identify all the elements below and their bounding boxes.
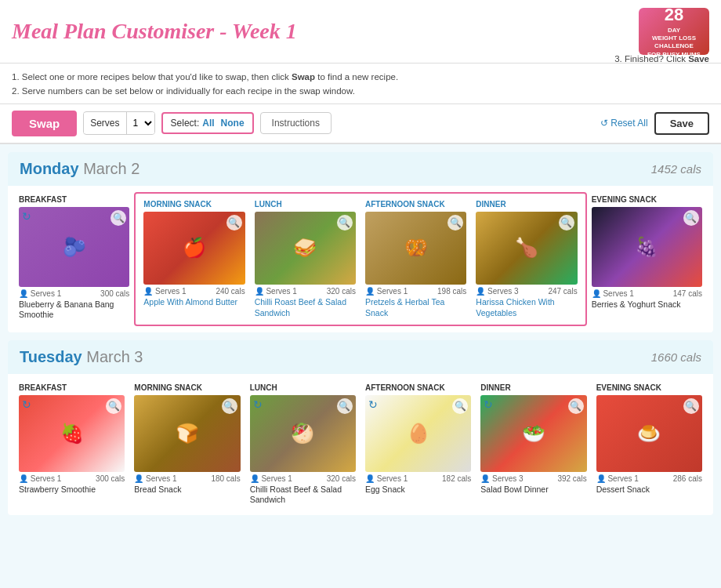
logo-tagline1: WEIGHT LOSS CHALLENGE [639,34,709,51]
select-label: Select: [171,118,200,129]
meal-type-label: DINNER [476,200,577,209]
meal-serves: 👤 Serves 3 [476,287,518,296]
meal-serves: 👤 Serves 1 [592,289,634,298]
meal-serves: 👤 Serves 1 [255,287,297,296]
select-all-link[interactable]: All [202,118,214,129]
meal-name: Chilli Roast Beef & Salad Sandwich [250,485,356,506]
save-button[interactable]: Save [654,112,709,135]
meal-type-label: BREAKFAST [19,383,125,392]
meal-type-label: AFTERNOON SNACK [365,200,466,209]
meal-image: 🥪🔍 [255,212,356,285]
meal-serves: 👤 Serves 1 [134,474,176,483]
refresh-icon[interactable]: ↻ [22,398,31,411]
serves-label: Serves [84,113,125,133]
meal-serves: 👤 Serves 1 [19,289,61,298]
meal-name: Berries & Yoghurt Snack [592,299,702,310]
meal-type-label: EVENING SNACK [592,195,702,204]
meal-info: 👤 Serves 1198 cals [365,287,466,296]
meal-name[interactable]: Apple With Almond Butter [143,297,245,308]
meal-column: LUNCH🥙↻🔍👤 Serves 1320 calsChilli Roast B… [245,380,360,509]
search-icon[interactable]: 🔍 [337,215,353,230]
toolbar-right: ↺ Reset All Save [600,112,709,135]
meal-serves: 👤 Serves 1 [365,474,408,483]
meal-column: DINNER🍗🔍👤 Serves 3247 calsHarissa Chicke… [471,197,582,321]
instructions-bar: 3. Finished? Click Save 1. Select one or… [0,64,721,104]
meal-cals: 180 cals [211,474,240,483]
meal-cals: 300 cals [96,474,125,483]
meal-image: 🍮🔍 [596,395,702,471]
meal-image: 🫐↻🔍 [19,207,129,287]
search-icon[interactable]: 🔍 [111,210,126,226]
meal-info: 👤 Serves 1320 cals [255,287,356,296]
day-date: March 3 [86,348,143,365]
refresh-icon[interactable]: ↻ [22,210,31,223]
selected-meals-group: MORNING SNACK🍎🔍👤 Serves 1240 calsApple W… [134,192,586,326]
search-icon[interactable]: 🔍 [683,398,699,414]
swap-button[interactable]: Swap [12,111,77,136]
day-title-tuesday: Tuesday March 3 [20,348,143,366]
day-section-monday: Monday March 21452 calsBREAKFAST🫐↻🔍👤 Ser… [8,152,713,332]
meal-info: 👤 Serves 3247 cals [476,287,577,296]
day-cals-tuesday: 1660 cals [651,350,701,364]
meal-column: EVENING SNACK🍇🔍👤 Serves 1147 calsBerries… [587,192,707,326]
meal-name[interactable]: Chilli Roast Beef & Salad Sandwich [255,297,356,318]
meal-type-label: MORNING SNACK [143,200,245,209]
meal-type-label: MORNING SNACK [134,383,240,392]
meal-type-label: AFTERNOON SNACK [365,383,471,392]
instruction-line1: 1. Select one or more recipes below that… [12,70,709,84]
select-none-link[interactable]: None [221,118,245,129]
meal-name: Egg Snack [365,485,471,495]
search-icon[interactable]: 🔍 [683,210,699,226]
serves-dropdown[interactable]: 1 2 3 4 [126,112,154,134]
meal-info: 👤 Serves 1300 cals [19,474,125,483]
meals-grid-monday: BREAKFAST🫐↻🔍👤 Serves 1300 calsBlueberry … [8,186,713,332]
search-icon[interactable]: 🔍 [222,398,237,414]
day-date: March 2 [83,160,139,177]
meal-column: DINNER🥗↻🔍👤 Serves 3392 calsSalad Bowl Di… [476,380,591,509]
refresh-icon[interactable]: ↻ [484,398,493,411]
meal-serves: 👤 Serves 1 [19,474,61,483]
instructions-button[interactable]: Instructions [260,112,332,134]
meal-image: 🍗🔍 [476,212,577,285]
refresh-icon[interactable]: ↻ [253,398,263,411]
reset-link[interactable]: ↺ Reset All [600,118,648,129]
meal-type-label: LUNCH [250,383,356,392]
day-name: Monday [20,160,79,177]
page-title: Meal Plan Customiser - Week 1 [12,19,297,44]
meals-grid-tuesday: BREAKFAST🍓↻🔍👤 Serves 1300 calsStrawberry… [8,374,713,515]
meal-name[interactable]: Pretzels & Herbal Tea Snack [365,297,466,318]
search-icon[interactable]: 🔍 [568,398,584,414]
search-icon[interactable]: 🔍 [447,215,463,230]
day-header-tuesday: Tuesday March 31660 cals [8,340,713,374]
meal-serves: 👤 Serves 1 [365,287,408,296]
meal-serves: 👤 Serves 1 [143,287,186,296]
select-box: Select: All None [161,112,254,134]
refresh-icon[interactable]: ↻ [368,398,378,411]
days-container: Monday March 21452 calsBREAKFAST🫐↻🔍👤 Ser… [0,152,721,515]
meal-name[interactable]: Harissa Chicken With Vegetables [476,297,577,318]
meal-column: AFTERNOON SNACK🥚↻🔍👤 Serves 1182 calsEgg … [360,380,476,509]
meal-cals: 286 cals [673,474,702,483]
meal-image: 🥨🔍 [365,212,466,285]
meal-image: 🍇🔍 [592,207,702,287]
meal-name: Dessert Snack [596,485,702,495]
meal-cals: 182 cals [442,474,471,483]
meal-column: MORNING SNACK🍎🔍👤 Serves 1240 calsApple W… [139,197,249,321]
search-icon[interactable]: 🔍 [226,215,242,230]
meal-serves: 👤 Serves 3 [480,474,523,483]
meal-type-label: EVENING SNACK [596,383,702,392]
meal-column: BREAKFAST🫐↻🔍👤 Serves 1300 calsBlueberry … [14,192,134,326]
instruction-line2: 2. Serve numbers can be set below or ind… [12,84,709,98]
toolbar: Swap Serves 1 2 3 4 Select: All None Ins… [0,104,721,144]
day-cals-monday: 1452 cals [651,162,701,176]
serves-selector[interactable]: Serves 1 2 3 4 [83,111,154,135]
meal-cals: 392 cals [557,474,586,483]
meal-info: 👤 Serves 1147 cals [592,289,702,298]
meal-info: 👤 Serves 3392 cals [480,474,586,483]
meal-info: 👤 Serves 1300 cals [19,289,129,298]
meal-image: 🥗↻🔍 [480,395,586,471]
meal-image: 🍞🔍 [134,395,240,471]
search-icon[interactable]: 🔍 [559,215,574,230]
meal-info: 👤 Serves 1240 cals [143,287,245,296]
meal-column: LUNCH🥪🔍👤 Serves 1320 calsChilli Roast Be… [250,197,360,321]
